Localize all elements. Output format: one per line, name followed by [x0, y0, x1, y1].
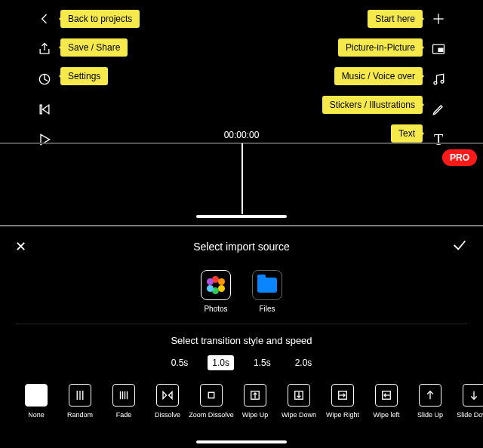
share-icon[interactable] — [36, 41, 53, 57]
import-sources: Photos Files — [0, 270, 483, 313]
transition-wipe-left[interactable]: Wipe left — [371, 384, 401, 419]
speed-options: 0.5s 1.0s 1.5s 2.0s — [0, 355, 483, 370]
svg-rect-7 — [438, 48, 443, 51]
home-indicator-bottom — [196, 440, 287, 443]
transition-dissolve[interactable]: Dissolve — [152, 384, 183, 419]
transition-title: Select transition style and speed — [0, 335, 483, 346]
label-pip: Picture-in-Picture — [338, 38, 423, 57]
svg-marker-18 — [169, 392, 173, 399]
text-icon[interactable]: T — [430, 131, 447, 148]
source-files-label: Files — [259, 305, 275, 313]
label-start-here: Start here — [368, 10, 423, 28]
label-text: Text — [391, 124, 423, 143]
label-share: Save / Share — [60, 38, 128, 57]
label-back: Back to projects — [60, 10, 140, 28]
speed-0[interactable]: 0.5s — [167, 355, 193, 370]
sheet-title: Select import source — [193, 241, 290, 253]
playhead[interactable] — [242, 143, 243, 214]
pro-badge[interactable]: PRO — [442, 149, 477, 166]
import-sheet: ✕ Select import source Photos Files Se — [0, 226, 483, 448]
skip-start-icon[interactable] — [36, 101, 53, 118]
speed-3[interactable]: 2.0s — [291, 355, 317, 370]
editor-top: T Back to projects Save / Share Settings… — [0, 0, 483, 226]
pip-icon[interactable] — [430, 41, 447, 57]
speed-1[interactable]: 1.0s — [208, 355, 234, 370]
close-icon[interactable]: ✕ — [15, 238, 26, 255]
source-photos[interactable]: Photos — [201, 270, 231, 313]
photos-icon — [207, 276, 225, 294]
svg-point-8 — [434, 81, 437, 84]
svg-marker-2 — [43, 105, 49, 114]
music-icon[interactable] — [430, 71, 447, 87]
play-icon[interactable] — [36, 131, 53, 148]
home-indicator — [196, 215, 287, 218]
svg-rect-19 — [208, 392, 214, 398]
sheet-header: ✕ Select import source — [0, 226, 483, 267]
add-icon[interactable] — [430, 11, 447, 27]
separator — [15, 324, 468, 324]
transition-slide-up[interactable]: Slide Up — [415, 384, 445, 419]
transition-wipe-up[interactable]: Wipe Up — [240, 384, 270, 419]
back-icon[interactable] — [36, 11, 53, 27]
pencil-icon[interactable] — [430, 101, 447, 118]
right-toolbar: T — [430, 11, 447, 148]
left-toolbar — [36, 11, 53, 148]
transition-slide-down[interactable]: Slide Down — [459, 384, 483, 419]
transition-wipe-down[interactable]: Wipe Down — [284, 384, 314, 419]
timecode: 00:00:00 — [224, 130, 260, 140]
transition-zoom-dissolve[interactable]: Zoom Dissolve — [196, 384, 226, 419]
label-settings: Settings — [60, 67, 108, 85]
source-photos-label: Photos — [204, 305, 227, 313]
speed-2[interactable]: 1.5s — [249, 355, 275, 370]
transition-wipe-right[interactable]: Wipe Right — [328, 384, 358, 419]
source-files[interactable]: Files — [252, 270, 282, 313]
svg-marker-17 — [163, 392, 167, 399]
confirm-icon[interactable] — [451, 237, 468, 256]
svg-point-9 — [441, 81, 444, 84]
transition-random[interactable]: Random — [65, 384, 95, 419]
folder-icon — [257, 278, 277, 293]
label-audio: Music / Voice over — [334, 67, 423, 85]
svg-rect-1 — [40, 105, 42, 114]
transition-none[interactable]: None — [21, 384, 51, 419]
settings-icon[interactable] — [36, 71, 53, 87]
transition-fade[interactable]: Fade — [109, 384, 139, 419]
label-sticker: Stickers / Illustrations — [322, 96, 423, 114]
transition-row[interactable]: None Random Fade Dissolve Zoom Dissolve … — [21, 384, 483, 419]
